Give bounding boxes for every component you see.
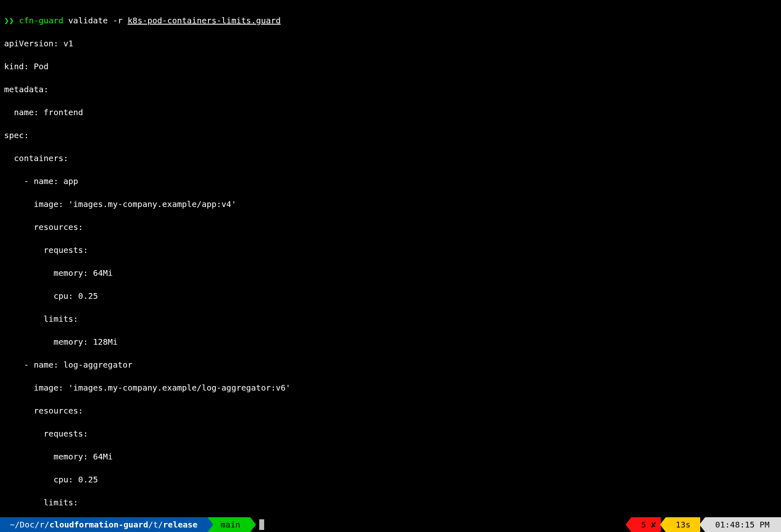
yaml-line: containers:	[4, 152, 777, 164]
arrow-icon	[699, 517, 705, 532]
yaml-line: metadata:	[4, 84, 777, 95]
yaml-line: kind: Pod	[4, 61, 777, 72]
yaml-line: image: 'images.my-company.example/log-ag…	[4, 382, 777, 393]
error-count-segment: 5 ✘	[631, 517, 661, 532]
branch-segment: main	[208, 517, 250, 532]
arrow-icon	[250, 517, 256, 532]
cross-icon: ✘	[651, 519, 656, 530]
yaml-line: image: 'images.my-company.example/app:v4…	[4, 198, 777, 210]
right-status-group: 5 ✘ 13s 01:48:15 PM	[626, 517, 781, 532]
yaml-line: memory: 64Mi	[4, 267, 777, 279]
yaml-line: resources:	[4, 405, 777, 416]
yaml-line: memory: 128Mi	[4, 336, 777, 348]
yaml-line: name: frontend	[4, 107, 777, 118]
status-bar: ~/Doc/r/cloudformation-guard/t/release m…	[0, 517, 781, 532]
cursor-icon	[259, 519, 264, 530]
yaml-line: limits:	[4, 497, 777, 508]
terminal-output[interactable]: ❯❯ cfn-guard validate -r k8s-pod-contain…	[0, 0, 781, 532]
prompt-line: ❯❯ cfn-guard validate -r k8s-pod-contain…	[4, 15, 777, 26]
arrow-icon	[208, 517, 213, 532]
yaml-line: spec:	[4, 130, 777, 141]
yaml-line: cpu: 0.25	[4, 474, 777, 485]
duration-segment: 13s	[666, 517, 700, 532]
clock-segment: 01:48:15 PM	[705, 517, 781, 532]
yaml-line: apiVersion: v1	[4, 38, 777, 49]
command-args: validate -r	[64, 16, 128, 25]
command-file: k8s-pod-containers-limits.guard	[128, 16, 281, 25]
yaml-line: resources:	[4, 221, 777, 233]
yaml-line: memory: 64Mi	[4, 451, 777, 462]
yaml-line: limits:	[4, 313, 777, 325]
yaml-line: requests:	[4, 244, 777, 256]
arrow-icon	[660, 517, 666, 532]
yaml-line: - name: log-aggregator	[4, 359, 777, 371]
path-segment: ~/Doc/r/cloudformation-guard/t/release	[0, 517, 208, 532]
prompt-chars: ❯❯	[4, 16, 14, 25]
yaml-line: requests:	[4, 428, 777, 439]
yaml-line: - name: app	[4, 175, 777, 187]
arrow-icon	[626, 517, 631, 532]
command-name: cfn-guard	[19, 16, 63, 25]
yaml-line: cpu: 0.25	[4, 290, 777, 302]
